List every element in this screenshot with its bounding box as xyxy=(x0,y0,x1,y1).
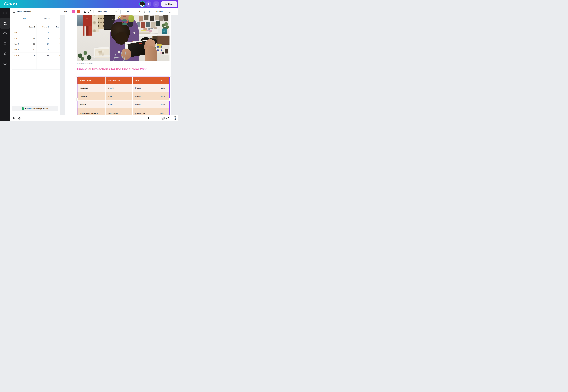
sidebar-item-text[interactable] xyxy=(0,39,10,48)
chart-data-cell[interactable]: 12 xyxy=(23,35,36,41)
chart-data-cell[interactable]: 15 xyxy=(36,47,50,53)
bold-button[interactable]: B xyxy=(143,10,146,14)
zoom-slider[interactable] xyxy=(138,118,160,118)
chart-data-cell[interactable]: 5 xyxy=(50,35,60,41)
sidebar-item-more[interactable] xyxy=(0,69,10,79)
tab-settings[interactable]: Settings xyxy=(35,17,58,19)
sidebar-item-uploads[interactable] xyxy=(0,28,10,38)
resize-handle-right[interactable] xyxy=(169,98,170,101)
financial-table-label-cell[interactable]: PROFIT xyxy=(77,100,105,108)
notes-button[interactable] xyxy=(12,117,15,120)
spacing-icon[interactable] xyxy=(84,10,86,13)
chart-data-column-header[interactable] xyxy=(12,24,23,30)
financial-table-header-cell[interactable]: FY'24 xyxy=(133,77,158,84)
financial-table-label-cell[interactable]: REVENUE xyxy=(77,84,105,92)
chart-data-cell[interactable] xyxy=(12,64,23,70)
chart-data-cell[interactable]: 12 xyxy=(36,30,50,35)
chart-data-cell[interactable]: 32 xyxy=(23,53,36,58)
financial-table-value-cell[interactable]: 100% xyxy=(158,108,169,115)
chart-data-cell[interactable] xyxy=(36,64,50,70)
photo-caption[interactable]: Add captions as needed xyxy=(77,63,93,64)
chart-data-cell[interactable]: Item 4 xyxy=(12,47,23,53)
resize-handle-left[interactable] xyxy=(77,98,78,101)
position-button[interactable]: Position xyxy=(156,11,163,13)
canvas-photo[interactable] xyxy=(77,15,170,61)
chart-data-cell[interactable]: 4 xyxy=(50,53,60,58)
resize-handle-top-left[interactable] xyxy=(76,76,78,77)
avatar[interactable] xyxy=(139,1,145,7)
document-page[interactable]: Add captions as needed Financial Project… xyxy=(65,15,171,115)
chart-data-table[interactable]: Series 1Series 2Series Item 10122Item 21… xyxy=(12,24,60,70)
financial-table-value-cell[interactable]: $246.80 xyxy=(106,100,132,108)
chart-data-cell[interactable]: Item 3 xyxy=(12,41,23,47)
text-color-button[interactable]: A xyxy=(137,10,141,14)
transparency-icon[interactable] xyxy=(168,10,171,13)
sidebar-item-videos[interactable] xyxy=(0,59,10,69)
chevron-down-icon[interactable] xyxy=(55,11,57,13)
chart-data-cell[interactable]: 4 xyxy=(50,47,60,53)
financial-table-value-cell[interactable]: $24.68/share xyxy=(133,108,158,115)
fill-color-orange-swatch[interactable] xyxy=(77,10,80,13)
chart-data-cell[interactable]: 38 xyxy=(23,41,36,47)
financial-table-header-cell[interactable]: $ IN BILLIONS xyxy=(77,77,105,84)
italic-button[interactable]: I xyxy=(147,10,151,14)
chart-data-cell[interactable]: Item 2 xyxy=(12,35,23,41)
page-heading[interactable]: Financial Projections for the Fiscal Yea… xyxy=(77,67,147,71)
sidebar-item-design[interactable] xyxy=(0,8,10,18)
font-family-select[interactable]: Canva Sans xyxy=(95,9,119,14)
financial-table-value-cell[interactable]: $24.68/share xyxy=(106,108,132,115)
chart-data-cell[interactable]: 30 xyxy=(23,47,36,53)
insights-button[interactable] xyxy=(154,1,159,7)
chart-data-cell[interactable]: Item 5 xyxy=(12,53,23,58)
financial-table-value-cell[interactable]: 100% xyxy=(158,92,169,100)
financial-table-value-cell[interactable]: $246.80 xyxy=(106,92,132,100)
chart-data-cell[interactable]: 4 xyxy=(36,35,50,41)
chart-data-column-header[interactable]: Series xyxy=(50,24,60,30)
chart-data-cell[interactable] xyxy=(12,58,23,64)
canva-logo[interactable]: Canva xyxy=(4,1,17,6)
chart-data-cell[interactable]: 20 xyxy=(36,41,50,47)
chart-data-cell[interactable] xyxy=(23,64,36,70)
fill-color-pink-swatch[interactable] xyxy=(72,10,75,13)
chart-data-cell[interactable] xyxy=(23,58,36,64)
chart-data-cell[interactable] xyxy=(36,58,50,64)
financial-table-label-cell[interactable]: EXPENSE xyxy=(77,92,105,100)
chart-type-label[interactable]: Stacked bar chart xyxy=(17,11,31,13)
fullscreen-button[interactable] xyxy=(166,116,169,120)
financial-table-value-cell[interactable]: $246.80 xyxy=(106,84,132,92)
help-button[interactable]: ? xyxy=(174,116,177,120)
financial-table-value-cell[interactable]: $246.80 xyxy=(133,92,158,100)
financial-table-header-cell[interactable]: YoY xyxy=(158,77,169,84)
financial-table[interactable]: $ IN BILLIONSFY'25 OUTLOOKFY'24YoYREVENU… xyxy=(77,77,170,115)
create-design-button[interactable]: + xyxy=(146,1,151,7)
chart-data-cell[interactable]: 50 xyxy=(36,53,50,58)
chart-data-cell[interactable] xyxy=(50,58,60,64)
connect-google-sheets-button[interactable]: Connect with Google Sheets xyxy=(12,106,58,111)
chart-data-cell[interactable]: 3 xyxy=(50,41,60,47)
font-size-increase-button[interactable]: + xyxy=(133,11,134,13)
financial-table-value-cell[interactable]: $246.80 xyxy=(133,84,158,92)
font-size-decrease-button[interactable]: − xyxy=(122,11,123,13)
zoom-slider-knob[interactable] xyxy=(148,117,149,119)
edit-button[interactable]: Edit xyxy=(64,11,67,13)
chart-data-column-header[interactable]: Series 1 xyxy=(23,24,36,30)
chart-data-column-header[interactable]: Series 2 xyxy=(36,24,50,30)
financial-table-value-cell[interactable]: 100% xyxy=(158,100,169,108)
font-size-value[interactable]: 50 xyxy=(127,11,129,13)
financial-table-value-cell[interactable]: 100% xyxy=(158,84,169,92)
share-button[interactable]: Share xyxy=(161,1,177,7)
sidebar-item-elements[interactable] xyxy=(0,18,10,28)
financial-table-header-cell[interactable]: FY'25 OUTLOOK xyxy=(106,77,132,84)
chart-data-cell[interactable] xyxy=(50,64,60,70)
line-curve-icon[interactable] xyxy=(88,10,91,13)
page-indicator-button[interactable]: 1 xyxy=(161,116,165,120)
chart-data-cell[interactable]: 2 xyxy=(50,30,60,35)
tab-data[interactable]: Data xyxy=(12,17,35,19)
chart-data-cell[interactable]: 0 xyxy=(23,30,36,35)
chart-data-cell[interactable]: Item 1 xyxy=(12,30,23,35)
financial-table-label-cell[interactable]: DIVIDEND PER SHARE xyxy=(77,108,105,115)
resize-handle-top-right[interactable] xyxy=(169,76,170,77)
financial-table-value-cell[interactable]: $246.80 xyxy=(133,100,158,108)
timer-button[interactable] xyxy=(18,117,21,120)
sidebar-item-audio[interactable] xyxy=(0,49,10,59)
